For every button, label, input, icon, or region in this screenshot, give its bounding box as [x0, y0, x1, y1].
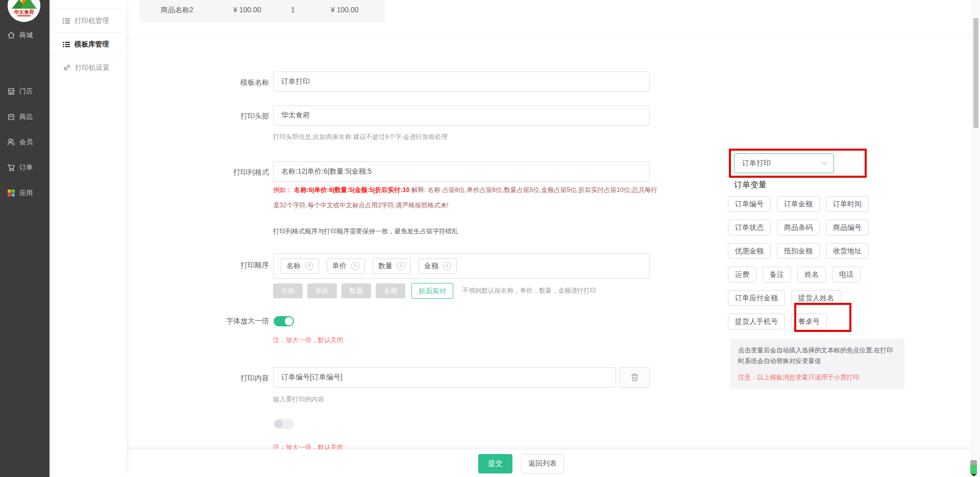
template-name-label: 模板名称 — [192, 78, 269, 87]
toggle-knob — [285, 317, 293, 325]
variable-row: 运费备注姓名电话 — [728, 267, 917, 282]
table-cell: 商品名称2 — [161, 6, 193, 15]
order-option-button[interactable]: 数量 — [341, 283, 371, 298]
print-header-input[interactable] — [273, 105, 650, 126]
sidebar-item-label: 会员 — [19, 137, 33, 147]
member-icon — [7, 137, 16, 147]
variable-tag[interactable]: 电话 — [832, 267, 861, 282]
submenu-item-label: 打印机设置 — [75, 63, 110, 73]
svg-text:华太食府: 华太食府 — [13, 9, 34, 15]
order-tag[interactable]: 单价× — [327, 258, 365, 274]
sidebar-item-label: 商城 — [19, 31, 33, 40]
home-icon — [7, 31, 16, 40]
print-header-label: 打印头部 — [192, 112, 269, 121]
variables-heading: 订单变量 — [734, 180, 767, 190]
brand-logo[interactable]: 华太食府 — [8, 0, 40, 22]
variable-tag[interactable]: 商品条码 — [777, 220, 820, 235]
variable-tag[interactable]: 姓名 — [797, 267, 826, 282]
back-to-list-button[interactable]: 返回列表 — [521, 454, 564, 473]
submenu-item[interactable]: 打印机设置 — [50, 56, 127, 79]
discount-actual-pay-button[interactable]: 折后实付 — [411, 283, 453, 299]
order-option-button[interactable]: 名称 — [273, 283, 303, 298]
font-zoom-label: 字体放大一倍 — [192, 317, 269, 326]
print-order-options: 名称单价数量金额 折后实付 不填则默认按名称，单价，数量，金额进行打印 — [273, 283, 597, 299]
list-icon — [63, 18, 70, 24]
order-tag[interactable]: 金额× — [419, 258, 457, 274]
sidebar-item-store[interactable]: 门店 — [0, 83, 50, 100]
order-tag-label: 名称 — [286, 261, 301, 271]
sidebar-item-home[interactable]: 商城 — [0, 27, 50, 44]
sidebar-item-member[interactable]: 会员 — [0, 133, 50, 151]
remove-tag-icon[interactable]: × — [351, 262, 359, 270]
variable-tag[interactable]: 商品编号 — [826, 220, 869, 235]
order-tag-label: 金额 — [424, 261, 438, 271]
print-header-help: 打印头部信息,比如商家名称 建议不超过8个字,会进行加粗处理 — [273, 133, 448, 141]
remove-tag-icon[interactable]: × — [397, 262, 405, 270]
column-format-label: 打印列格式 — [192, 168, 269, 177]
sidebar-item-label: 商品 — [19, 112, 33, 122]
sidebar-item-order[interactable]: 订单 — [0, 159, 50, 176]
print-order-hint: 不填则默认按名称，单价，数量，金额进行打印 — [462, 287, 597, 295]
variable-tag[interactable]: 运费 — [728, 267, 756, 282]
list-icon — [63, 41, 70, 47]
variable-tag[interactable]: 优惠金额 — [728, 243, 771, 259]
gears-icon — [63, 64, 70, 71]
remove-tag-icon[interactable]: × — [443, 262, 451, 270]
variable-tag[interactable]: 备注 — [763, 267, 791, 282]
print-order-label: 打印顺序 — [192, 261, 269, 270]
submit-button[interactable]: 提交 — [478, 454, 512, 473]
variable-row: 优惠金额抵扣金额收货地址 — [728, 243, 917, 259]
template-name-input[interactable] — [273, 71, 650, 92]
variable-tag[interactable]: 订单金额 — [777, 196, 820, 212]
toggle-knob — [275, 420, 283, 428]
sidebar-item-apps[interactable]: 应用 — [0, 184, 50, 202]
order-tag-label: 单价 — [332, 261, 347, 271]
annotation-box-table-number — [794, 303, 851, 332]
print-order-box[interactable]: 名称×单价×数量×金额× — [273, 253, 650, 279]
submenu-item[interactable]: 打印机管理 — [50, 9, 127, 32]
template-type-value: 订单打印 — [742, 159, 771, 168]
variables-info-text: 点击变量后会自动插入选择的文本框的焦点位置,在打印时系统会自动替换对应变量值 — [738, 345, 896, 367]
column-format-input[interactable] — [273, 161, 650, 182]
order-option-button[interactable]: 单价 — [307, 283, 337, 298]
table-cell: ¥ 100.00 — [233, 6, 261, 14]
sidebar-item-goods[interactable]: 商品 — [0, 108, 50, 126]
remove-tag-icon[interactable]: × — [305, 262, 313, 270]
chevron-down-icon — [821, 161, 827, 165]
example-format: 名称:6|单价:6|数量:5|金额:5|折后实付:10 — [294, 186, 410, 194]
font-zoom-toggle[interactable] — [274, 316, 294, 326]
variable-tag[interactable]: 抵扣金额 — [777, 243, 820, 259]
sidebar-item-label: 订单 — [19, 163, 33, 172]
variable-tag[interactable]: 提货人手机号 — [728, 314, 785, 329]
sidebar-item-label: 门店 — [19, 87, 33, 96]
template-edit-page: 华太食府 商城门店商品会员订单应用 打印机管理模板库管理打印机设置 商品名称2¥… — [0, 0, 980, 477]
variables-info-box: 点击变量后会自动插入选择的文本框的焦点位置,在打印时系统会自动替换对应变量值 注… — [730, 339, 904, 389]
table-cell: 1 — [291, 6, 295, 14]
variable-tag[interactable]: 订单状态 — [728, 220, 771, 235]
column-format-example: 例如： 名称:6|单价:6|数量:5|金额:5|折后实付:10 解释: 名称 占… — [273, 182, 659, 213]
template-type-select[interactable]: 订单打印 — [734, 153, 834, 173]
apps-icon — [7, 188, 16, 198]
table-row: 商品名称2¥ 100.001¥ 100.00 — [139, 0, 385, 22]
variable-row: 订单编号订单金额订单时间 — [728, 196, 917, 212]
secondary-sidebar: 打印机管理模板库管理打印机设置 — [50, 0, 127, 477]
primary-sidebar: 华太食府 商城门店商品会员订单应用 — [0, 0, 50, 477]
variable-tag[interactable]: 订单时间 — [826, 196, 869, 212]
sidebar-item-label: 应用 — [19, 188, 33, 198]
order-option-button[interactable]: 金额 — [376, 283, 405, 298]
table-cell: ¥ 100.00 — [331, 6, 359, 14]
trash-icon — [630, 373, 639, 382]
variable-tag[interactable]: 收货地址 — [826, 243, 869, 259]
order-tag[interactable]: 名称× — [281, 258, 319, 274]
submenu-item[interactable]: 模板库管理 — [50, 32, 127, 56]
font-zoom-note: 注：放大一倍，默认关闭 — [273, 336, 344, 345]
brand-logo-image: 华太食府 — [8, 0, 40, 22]
print-content-input[interactable] — [273, 367, 616, 388]
delete-print-content-button[interactable] — [619, 367, 650, 388]
scrollbar-thumb[interactable] — [973, 18, 978, 128]
annotation-pen-marker — [969, 460, 978, 476]
order-tag[interactable]: 数量× — [373, 258, 411, 274]
variable-tag[interactable]: 订单应付金额 — [728, 290, 785, 306]
secondary-toggle[interactable] — [274, 419, 294, 429]
variable-tag[interactable]: 订单编号 — [728, 196, 771, 212]
